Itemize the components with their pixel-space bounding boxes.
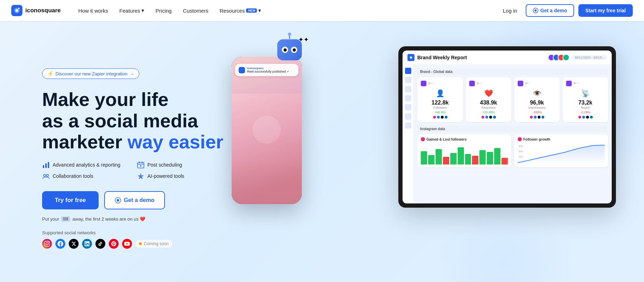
get-demo-hero-button[interactable]: Get a demo: [104, 191, 165, 209]
networks-label: Supported social networks: [42, 230, 225, 235]
metric-cards-row: P ··· 👤 122.8k Followers +46.6%: [417, 77, 608, 122]
nav-pricing[interactable]: Pricing: [151, 5, 177, 16]
collab-icon: [42, 172, 50, 180]
hero-badge[interactable]: ⚡ Discover our new Zapier integration →: [42, 68, 139, 79]
followers-chart-card: Gained & Lost followers: [417, 134, 511, 167]
sidebar-icon-1[interactable]: [405, 68, 411, 74]
svg-rect-4: [43, 165, 44, 168]
chevron-down-icon: ▾: [258, 7, 261, 14]
tablet-mockup: Brand Weekly Report 30/11/2023 - 30/12/.…: [398, 46, 616, 208]
svg-text:50k: 50k: [518, 145, 523, 147]
instagram-icon[interactable]: [42, 239, 52, 249]
report-avatars: [548, 54, 570, 61]
feature-collab: Collaboration tools: [42, 172, 130, 180]
hero-title: Make your life as a social media markete…: [42, 89, 225, 152]
twitter-icon[interactable]: [69, 239, 79, 249]
nav-how-it-works[interactable]: How it works: [73, 5, 113, 16]
arrow-icon: →: [130, 71, 134, 76]
metric-card-reactions: P ··· ❤️ 438.9k Reactions +33.48%: [466, 77, 511, 122]
get-demo-button[interactable]: Get a demo: [526, 4, 574, 17]
metric-card-impressions: P ··· 👁️ 96,9k Impressions -100%: [514, 77, 560, 122]
bottom-charts-row: Gained & Lost followers: [417, 134, 608, 167]
metric-card-reach: P ··· 📡 73,2k Reach -2.18%: [563, 77, 608, 122]
pinterest-icon[interactable]: [109, 239, 119, 249]
phone-mockup: Iconosquare Reel successfully published …: [232, 57, 302, 204]
tablet-body: Brand - Global data P ··· 👤: [403, 65, 612, 203]
sidebar-icon-4[interactable]: [405, 95, 411, 101]
feature-scheduling: Post scheduling: [137, 161, 225, 169]
growth-chart-card: Follower growth: [514, 134, 608, 167]
ai-icon: [137, 172, 145, 180]
svg-point-10: [46, 174, 48, 176]
logo[interactable]: iconosquare: [11, 5, 61, 16]
brand-section-header: Brand - Global data: [417, 68, 608, 75]
svg-rect-6: [48, 162, 49, 168]
hero-section: ⚡ Discover our new Zapier integration → …: [0, 21, 644, 282]
nav-features[interactable]: Features ▾: [114, 5, 149, 16]
facebook-icon[interactable]: [55, 239, 65, 249]
notif-logo: [239, 67, 245, 73]
svg-rect-5: [45, 163, 47, 168]
feature-ai: AI-powered tools: [137, 172, 225, 180]
report-meta: 30/11/2023 - 30/12/...: [548, 54, 607, 61]
metric-card-followers: P ··· 👤 122.8k Followers +46.6%: [417, 77, 463, 122]
demo-hero-icon: [115, 197, 121, 203]
tablet-header: Brand Weekly Report 30/11/2023 - 30/12/.…: [403, 51, 612, 65]
svg-point-1: [18, 8, 20, 9]
networks-row: Coming soon: [42, 239, 225, 249]
followers-chart: [421, 143, 508, 164]
keyboard-icon: ⌨: [61, 216, 70, 222]
analytics-icon: [42, 161, 50, 169]
hero-content: ⚡ Discover our new Zapier integration → …: [42, 68, 225, 248]
robot-right-eye: [291, 47, 297, 53]
chevron-down-icon: ▾: [141, 7, 144, 14]
robot-left-pupil: [284, 48, 287, 52]
trial-button[interactable]: Start my free trial: [578, 4, 633, 17]
youtube-icon[interactable]: [122, 239, 132, 249]
login-button[interactable]: Log in: [499, 5, 522, 16]
tiktok-icon[interactable]: [95, 239, 105, 249]
coming-soon-dot: [139, 242, 142, 245]
hero-features: Advanced analytics & reporting Post sche…: [42, 161, 225, 180]
tablet-logo: [407, 54, 414, 61]
svg-point-8: [140, 165, 141, 167]
instagram-section-header: Instagram data: [417, 126, 608, 132]
logo-text: iconosquare: [25, 7, 61, 14]
svg-point-15: [410, 57, 412, 59]
sidebar-icon-6[interactable]: [405, 113, 411, 120]
hero-visual: ✦✦ Iconosquare Reel successfully publish…: [225, 36, 616, 281]
navbar-actions: Log in Get a demo Start my free trial: [499, 4, 633, 17]
tablet-main: Brand - Global data P ··· 👤: [414, 65, 612, 203]
sidebar-icon-7[interactable]: [405, 122, 411, 129]
svg-point-3: [535, 9, 537, 12]
nav-resources[interactable]: Resources NEW ▾: [215, 5, 266, 16]
robot-antenna: [289, 34, 290, 39]
badge-icon: ⚡: [47, 71, 53, 76]
robot-spark: ✦✦: [298, 36, 309, 43]
linkedin-icon[interactable]: [82, 239, 92, 249]
tablet-screen: Brand Weekly Report 30/11/2023 - 30/12/.…: [403, 51, 612, 203]
navbar: iconosquare How it works Features ▾ Pric…: [0, 0, 644, 21]
robot-left-eye: [282, 47, 288, 53]
robot-right-pupil: [293, 48, 296, 52]
try-free-button[interactable]: Try for free: [42, 191, 99, 209]
svg-text:10k: 10k: [518, 155, 523, 158]
nav-customers[interactable]: Customers: [178, 5, 213, 16]
sidebar-icon-5[interactable]: [405, 104, 411, 110]
hero-note: Put your ⌨ away, the first 2 weeks are o…: [42, 216, 225, 222]
svg-point-12: [117, 199, 119, 201]
scheduling-icon: [137, 161, 145, 169]
growth-chart: 50k 30k 10k: [518, 143, 605, 164]
nav-menu: How it works Features ▾ Pricing Customer…: [73, 5, 499, 16]
svg-text:30k: 30k: [518, 150, 523, 153]
avatar-4: [563, 54, 570, 61]
svg-point-9: [44, 174, 46, 176]
sidebar-icon-3[interactable]: [405, 86, 411, 92]
coming-soon-badge: Coming soon: [135, 240, 172, 248]
phone-screen: Iconosquare Reel successfully published …: [232, 57, 302, 204]
tablet-sidebar: [403, 65, 414, 203]
sidebar-icon-2[interactable]: [405, 77, 411, 83]
phone-model: [232, 94, 302, 204]
hero-cta: Try for free Get a demo: [42, 191, 225, 209]
demo-icon: [533, 8, 538, 13]
